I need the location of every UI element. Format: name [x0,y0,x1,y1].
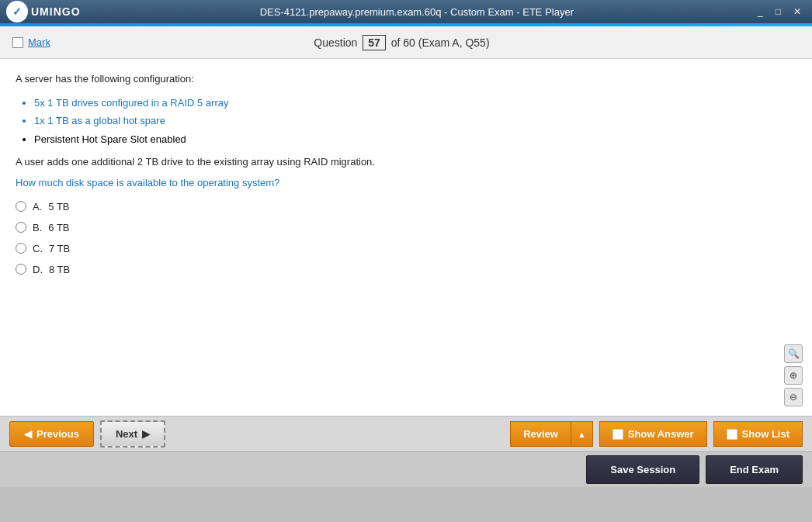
zoom-out-button[interactable]: ⊖ [784,388,803,406]
bullet-item-1: 5x 1 TB drives configured in a RAID 5 ar… [34,94,796,112]
minimize-button[interactable]: _ [753,5,768,19]
logo: ✓ UMINGO [6,1,81,22]
show-list-button[interactable]: Show List [713,421,803,447]
prev-arrow-icon: ◀ [24,428,32,440]
review-button[interactable]: Review [510,421,571,447]
title-bar-left: ✓ UMINGO [6,1,81,22]
next-arrow-icon: ▶ [142,428,150,440]
close-button[interactable]: ✕ [789,5,806,19]
bullet-list: 5x 1 TB drives configured in a RAID 5 ar… [34,94,796,148]
mark-label[interactable]: Mark [28,36,50,48]
bullet-item-3: Persistent Hot Spare Slot enabled [34,130,796,148]
label-a: A. [33,201,42,213]
next-label: Next [116,428,137,440]
review-dropdown-button[interactable]: ▲ [571,421,593,447]
end-exam-label: End Exam [730,464,779,475]
answer-option-a: A. 5 TB [16,201,796,213]
answer-options: A. 5 TB B. 6 TB C. 7 TB D. 8 TB [16,201,796,275]
question-additional: A user adds one additional 2 TB drive to… [16,154,796,171]
question-number-display: Question 57 of 60 (Exam A, Q55) [314,35,489,50]
main-content: A server has the following configuration… [0,59,812,416]
save-session-label: Save Session [610,464,675,475]
question-header: Mark Question 57 of 60 (Exam A, Q55) [0,26,812,59]
end-exam-button[interactable]: End Exam [706,455,803,484]
show-answer-label: Show Answer [628,428,694,440]
radio-c[interactable] [16,243,26,254]
mark-checkbox[interactable] [12,37,23,48]
radio-d[interactable] [16,264,26,275]
question-prompt: How much disk space is available to the … [16,177,796,188]
window-controls: _ □ ✕ [753,5,806,19]
title-bar: ✓ UMINGO DES-4121.prepaway.premium.exam.… [0,0,812,23]
label-c: C. [33,243,43,254]
logo-text: UMINGO [31,5,81,18]
value-b: 6 TB [48,222,69,233]
bottom-action-bar: Save Session End Exam [0,451,812,487]
review-group: Review ▲ [510,421,593,447]
show-answer-checkbox-icon [612,429,623,440]
question-of: of 60 (Exam A, Q55) [391,36,490,49]
show-answer-button[interactable]: Show Answer [599,421,707,447]
bullet-item-2: 1x 1 TB as a global hot spare [34,112,796,130]
answer-option-d: D. 8 TB [16,264,796,275]
question-num-box: 57 [363,35,386,50]
search-icon[interactable]: 🔍 [784,344,803,363]
review-dropdown-icon: ▲ [578,430,586,439]
bottom-toolbar: ◀ Previous Next ▶ Review ▲ Show Answer S… [0,416,812,451]
maximize-button[interactable]: □ [771,5,786,19]
value-a: 5 TB [48,201,69,213]
question-intro: A server has the following configuration… [16,71,796,88]
zoom-in-button[interactable]: ⊕ [784,366,803,385]
radio-a[interactable] [16,201,26,212]
show-list-checkbox-icon [727,429,737,440]
window-title: DES-4121.prepaway.premium.exam.60q - Cus… [81,6,754,18]
save-session-button[interactable]: Save Session [586,455,699,484]
question-label: Question [314,36,357,49]
previous-button[interactable]: ◀ Previous [9,421,94,447]
review-label: Review [523,428,558,440]
value-c: 7 TB [49,243,70,254]
radio-b[interactable] [16,222,26,233]
label-d: D. [33,264,43,275]
answer-option-c: C. 7 TB [16,243,796,254]
value-d: 8 TB [49,264,70,275]
logo-checkmark: ✓ [12,5,22,18]
answer-option-b: B. 6 TB [16,222,796,233]
label-b: B. [33,222,42,233]
next-button[interactable]: Next ▶ [100,420,165,448]
previous-label: Previous [36,428,79,440]
zoom-controls: 🔍 ⊕ ⊖ [784,344,803,406]
show-list-label: Show List [742,428,789,440]
mark-area: Mark [12,36,50,48]
logo-icon: ✓ [6,1,28,22]
